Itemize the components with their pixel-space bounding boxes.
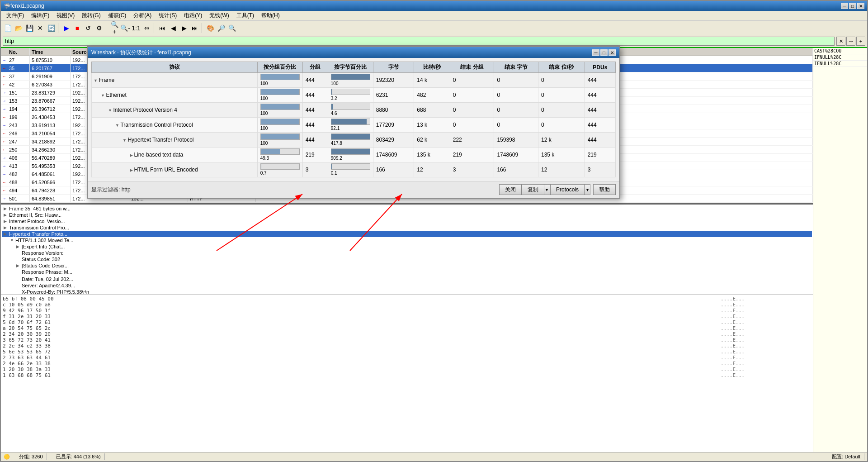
copy-button[interactable]: 复制: [522, 184, 544, 195]
zoom-in-button[interactable]: 🔍+: [109, 23, 119, 33]
restart-capture-button[interactable]: ↺: [83, 23, 93, 33]
detail-row[interactable]: ▶Internet Protocol Versio...: [2, 218, 812, 224]
close-button[interactable]: ✕: [857, 3, 864, 9]
dialog-close-button[interactable]: ✕: [609, 49, 616, 56]
start-capture-button[interactable]: ▶: [61, 23, 71, 33]
hex-line: 5 6e 53 53 65 72: [3, 349, 721, 355]
dialog-maximize-button[interactable]: □: [600, 49, 608, 56]
detail-row[interactable]: Date: Tue, 02 Jul 202...: [2, 276, 812, 282]
menu-analyze[interactable]: 分析(A): [130, 11, 155, 20]
color-rules-button[interactable]: 🎨: [205, 23, 215, 33]
resize-columns-button[interactable]: ⇔: [142, 23, 152, 33]
pct-packets-value: 100: [260, 141, 268, 146]
packet-time: 56.495353: [30, 162, 71, 170]
protocol-row[interactable]: ▼ Frame 100 444 100 192320 14 k 0 0 0 44…: [92, 73, 616, 88]
go-last-button[interactable]: ⏭: [190, 23, 200, 33]
detail-row[interactable]: X-Powered-By: PHP/5.5.38\r\n: [2, 289, 812, 295]
filter-add-button[interactable]: +: [856, 37, 865, 46]
minimize-button[interactable]: ─: [841, 3, 848, 9]
zoom-out-button-2[interactable]: 🔍: [227, 23, 237, 33]
pdus-value: 3: [585, 162, 615, 177]
zoom-out-button[interactable]: 🔍-: [120, 23, 130, 33]
protocol-row[interactable]: ▼ Ethernet 100 444 3.2 6231 482 0 0 0 44…: [92, 88, 616, 103]
copy-dropdown-button[interactable]: ▾: [544, 184, 550, 195]
menu-telephony[interactable]: 电话(Y): [180, 11, 206, 20]
detail-row[interactable]: Server: Apache/2.4.39...: [2, 282, 812, 289]
packets-value: 444: [302, 88, 328, 103]
col-pct-bytes[interactable]: 按字节百分比: [328, 62, 373, 73]
menu-capture[interactable]: 捕获(C): [104, 11, 130, 20]
filter-input[interactable]: [3, 37, 835, 46]
detail-row[interactable]: ▶Hypertext Transfer Proto...: [2, 231, 812, 237]
col-bytes[interactable]: 字节: [373, 62, 414, 73]
menu-view[interactable]: 视图(V): [53, 11, 78, 20]
detail-row[interactable]: ▼HTTP/1.1 302 Moved Te...: [2, 237, 812, 243]
col-bits-s[interactable]: 比特/秒: [414, 62, 450, 73]
detail-row[interactable]: ▶[Status Code Descr...: [2, 262, 812, 269]
detail-row[interactable]: Status Code: 302: [2, 256, 812, 262]
col-end-bits-s[interactable]: 结束 位/秒: [538, 62, 585, 73]
col-pct-packets[interactable]: 按分组百分比: [257, 62, 302, 73]
protocol-row[interactable]: ▼ Transmission Control Protocol 100 444 …: [92, 118, 616, 133]
go-prev-button[interactable]: ◀: [168, 23, 178, 33]
help-button[interactable]: 帮助: [593, 184, 616, 195]
stop-capture-button[interactable]: ■: [72, 23, 82, 33]
protocol-stats-dialog[interactable]: Wireshark · 协议分级统计 · fenxi1.pcapng ─ □ ✕…: [87, 46, 620, 199]
zoom-reset-button[interactable]: 1:1: [131, 23, 141, 33]
hex-ascii-line: ....E...: [721, 372, 811, 378]
col-end-packets[interactable]: 结束 分组: [450, 62, 494, 73]
close-capture-button[interactable]: ✕: [35, 23, 45, 33]
go-next-button[interactable]: ▶: [179, 23, 189, 33]
packet-direction: →: [1, 57, 7, 62]
col-header-no[interactable]: No.: [7, 48, 30, 56]
save-button[interactable]: 💾: [24, 23, 34, 33]
pct-bytes-bar: [331, 104, 370, 110]
protocol-row[interactable]: ▶ Line-based text data 49.3 219 909.2 17…: [92, 148, 616, 162]
menu-help[interactable]: 帮助(H): [258, 11, 283, 20]
menu-go[interactable]: 跳转(G): [78, 11, 104, 20]
capture-options-button[interactable]: ⚙: [94, 23, 104, 33]
protocols-dropdown-button[interactable]: ▾: [584, 184, 590, 195]
table-row[interactable]: ← 507 65.145130 172... 192... HTTP: [1, 203, 813, 203]
close-dialog-button[interactable]: 关闭: [499, 184, 522, 195]
col-packets[interactable]: 分组: [302, 62, 328, 73]
pct-bytes-fill: [331, 89, 333, 95]
detail-row[interactable]: Response Version:: [2, 250, 812, 256]
filter-clear-button[interactable]: ✕: [836, 37, 845, 46]
detail-row[interactable]: ▶Ethernet II, Src: Huaw...: [2, 212, 812, 218]
reload-button[interactable]: 🔄: [46, 23, 56, 33]
protocols-button[interactable]: Protocols: [550, 184, 584, 195]
hex-ascii-line: ....E...: [721, 337, 811, 343]
go-first-button[interactable]: ⏮: [157, 23, 167, 33]
protocol-row[interactable]: ▼ Hypertext Transfer Protocol 100 444 41…: [92, 133, 616, 148]
detail-row[interactable]: ▶Transmission Control Pro...: [2, 224, 812, 231]
col-protocol[interactable]: 协议: [92, 62, 258, 73]
maximize-button[interactable]: □: [849, 3, 856, 9]
col-end-bytes[interactable]: 结束 字节: [494, 62, 538, 73]
zoom-in-button-2[interactable]: 🔎: [216, 23, 226, 33]
menu-wireless[interactable]: 无线(W): [206, 11, 232, 20]
menu-edit[interactable]: 编辑(E): [28, 11, 53, 20]
packet-direction: →: [1, 90, 7, 95]
detail-row[interactable]: Response Phrase: M...: [2, 269, 812, 275]
window-controls: ─ □ ✕: [841, 3, 864, 9]
hex-ascii-line: ....E...: [721, 343, 811, 349]
packet-direction: →: [1, 106, 7, 111]
dialog-minimize-button[interactable]: ─: [592, 49, 599, 56]
packet-no: 199: [7, 113, 30, 121]
pct-bytes-bar-cell: 909.2: [328, 148, 373, 162]
col-header-time[interactable]: Time: [30, 48, 71, 56]
protocol-row[interactable]: ▶ HTML Form URL Encoded 0.7 3 0.1 166 12…: [92, 162, 616, 177]
protocol-row[interactable]: ▼ Internet Protocol Version 4 100 444 4.…: [92, 103, 616, 118]
col-pdus[interactable]: PDUs: [585, 62, 615, 73]
menu-file[interactable]: 文件(F): [3, 11, 28, 20]
detail-row[interactable]: ▶[Expert Info (Chat...: [2, 243, 812, 250]
packet-direction: →: [1, 98, 7, 103]
menu-tools[interactable]: 工具(T): [233, 11, 258, 20]
open-button[interactable]: 📂: [14, 23, 24, 33]
menu-statistics[interactable]: 统计(S): [155, 11, 180, 20]
toolbar-separator-2: [106, 23, 108, 33]
detail-row[interactable]: ▶Frame 35: 461 bytes on w...: [2, 205, 812, 212]
filter-apply-button[interactable]: →: [846, 37, 855, 46]
new-capture-button[interactable]: 📄: [3, 23, 13, 33]
